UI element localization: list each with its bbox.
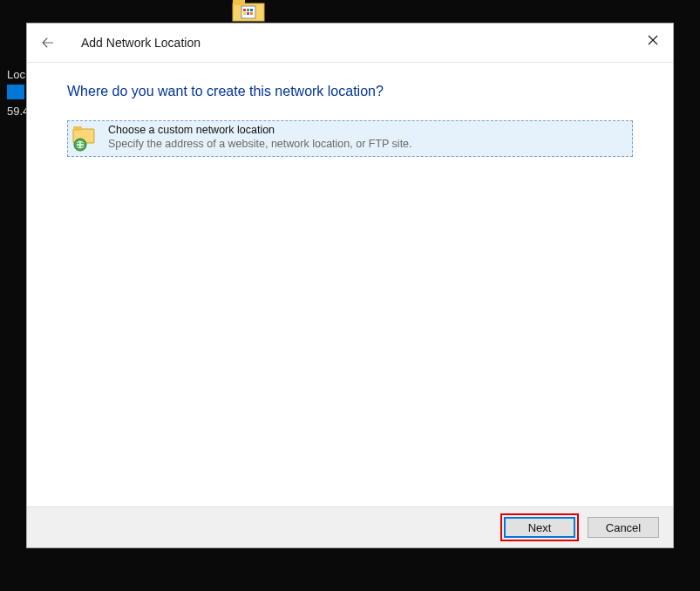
svg-rect-7 bbox=[247, 12, 249, 15]
svg-rect-6 bbox=[243, 12, 246, 15]
svg-rect-1 bbox=[233, 0, 245, 5]
back-button[interactable] bbox=[31, 25, 65, 60]
arrow-left-icon bbox=[40, 35, 56, 51]
cancel-button[interactable]: Cancel bbox=[588, 517, 659, 538]
svg-rect-4 bbox=[247, 9, 249, 11]
folder-network-icon bbox=[71, 124, 99, 152]
bg-label-value: 59.4 bbox=[7, 105, 29, 118]
option-custom-network-location[interactable]: Choose a custom network location Specify… bbox=[67, 120, 633, 157]
next-button[interactable]: Next bbox=[504, 517, 575, 538]
svg-rect-8 bbox=[250, 12, 253, 15]
dialog-title: Add Network Location bbox=[81, 36, 200, 50]
close-icon bbox=[648, 35, 658, 45]
option-text: Choose a custom network location Specify… bbox=[108, 124, 412, 151]
wizard-dialog: Add Network Location Where do you want t… bbox=[27, 24, 673, 547]
bg-selection-bar bbox=[7, 85, 24, 99]
wizard-heading: Where do you want to create this network… bbox=[67, 84, 633, 99]
bg-label-loc: Loc bbox=[7, 68, 25, 81]
titlebar: Add Network Location bbox=[27, 24, 673, 63]
svg-rect-10 bbox=[73, 126, 82, 131]
close-button[interactable] bbox=[633, 24, 673, 57]
bg-folder-icon bbox=[231, 0, 266, 23]
svg-rect-5 bbox=[250, 9, 253, 11]
dialog-footer: Next Cancel bbox=[27, 507, 673, 547]
svg-rect-3 bbox=[243, 9, 246, 11]
dialog-content: Where do you want to create this network… bbox=[27, 63, 673, 507]
option-title: Choose a custom network location bbox=[108, 124, 412, 138]
highlight-annotation: Next bbox=[500, 513, 579, 541]
option-description: Specify the address of a website, networ… bbox=[108, 138, 412, 152]
